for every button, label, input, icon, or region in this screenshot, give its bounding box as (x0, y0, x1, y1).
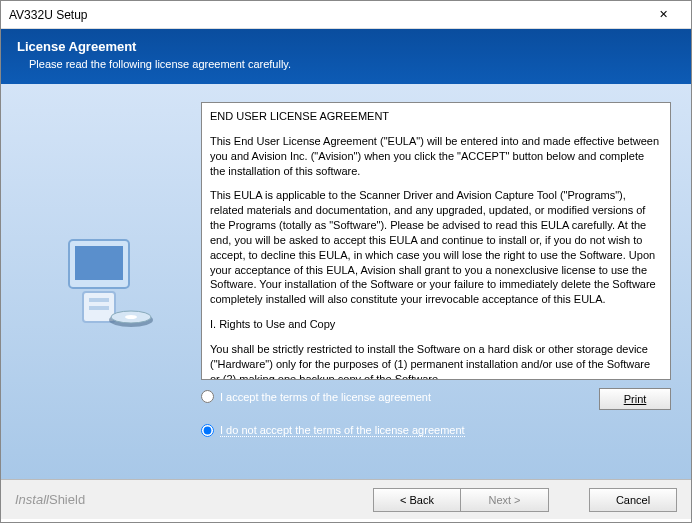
page-title: License Agreement (17, 39, 675, 54)
print-button[interactable]: Print (599, 388, 671, 410)
next-button[interactable]: Next > (461, 488, 549, 512)
nav-button-group: < Back Next > (373, 488, 549, 512)
footer-bar: InstallShield < Back Next > Cancel (1, 479, 691, 519)
decline-label[interactable]: I do not accept the terms of the license… (220, 424, 465, 437)
header-banner: License Agreement Please read the follow… (1, 29, 691, 84)
computer-icon (41, 222, 161, 342)
accept-option-row: I accept the terms of the license agreem… (201, 390, 599, 403)
decline-radio[interactable] (201, 424, 214, 437)
eula-textbox[interactable]: END USER LICENSE AGREEMENT This End User… (201, 102, 671, 380)
eula-paragraph: This EULA is applicable to the Scanner D… (210, 188, 662, 307)
eula-section-heading: I. Rights to Use and Copy (210, 317, 662, 332)
eula-paragraph: This End User License Agreement ("EULA")… (210, 134, 662, 179)
close-button[interactable]: ✕ (643, 2, 683, 28)
installshield-brand: InstallShield (15, 492, 373, 507)
page-subtitle: Please read the following license agreem… (17, 58, 675, 70)
svg-rect-1 (75, 246, 123, 280)
svg-rect-3 (89, 298, 109, 302)
titlebar: AV332U Setup ✕ (1, 1, 691, 29)
accept-label[interactable]: I accept the terms of the license agreem… (220, 391, 431, 403)
decline-option-row: I do not accept the terms of the license… (201, 424, 671, 437)
content-area: END USER LICENSE AGREEMENT This End User… (1, 84, 691, 479)
svg-rect-4 (89, 306, 109, 310)
main-column: END USER LICENSE AGREEMENT This End User… (201, 84, 691, 479)
svg-point-7 (125, 315, 137, 319)
accept-radio[interactable] (201, 390, 214, 403)
back-button[interactable]: < Back (373, 488, 461, 512)
close-icon: ✕ (659, 8, 668, 21)
window-title: AV332U Setup (9, 8, 643, 22)
eula-heading: END USER LICENSE AGREEMENT (210, 109, 662, 124)
eula-paragraph: You shall be strictly restricted to inst… (210, 342, 662, 380)
sidebar-graphic (1, 84, 201, 479)
cancel-button[interactable]: Cancel (589, 488, 677, 512)
